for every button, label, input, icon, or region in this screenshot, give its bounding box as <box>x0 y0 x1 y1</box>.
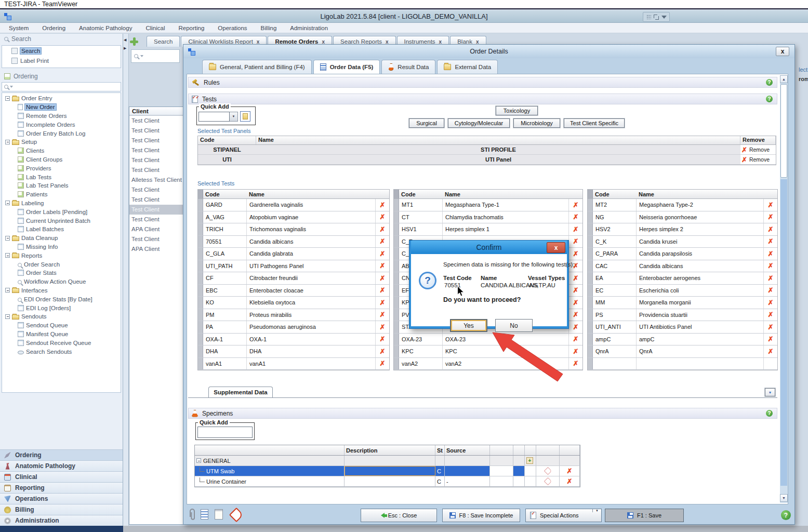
scroll-up-button[interactable]: ▲ <box>780 75 788 83</box>
remove-test-icon[interactable]: ✗ <box>764 250 777 257</box>
source-header[interactable]: Source <box>445 445 490 455</box>
specimen-row[interactable]: UTM Swab C ✗ <box>195 466 580 476</box>
remove-header[interactable]: Remove <box>740 136 776 144</box>
client-row[interactable]: Test Client <box>129 234 192 244</box>
collapse-icon[interactable] <box>196 458 201 463</box>
paperclip-icon[interactable] <box>188 508 197 522</box>
dialog-titlebar[interactable]: Order Details x <box>183 45 794 58</box>
specimen-quick-add-input[interactable] <box>197 427 253 438</box>
remove-test-icon[interactable]: ✗ <box>569 250 582 257</box>
worklist-icon[interactable] <box>201 509 208 520</box>
menu-item[interactable]: Reporting <box>171 25 211 31</box>
close-tab-icon[interactable]: x <box>476 39 479 45</box>
sidebar-section[interactable]: Ordering <box>0 449 123 460</box>
scroll-down-button[interactable]: ▼ <box>780 494 788 502</box>
st-header[interactable]: St <box>435 445 445 455</box>
quick-add-input[interactable] <box>198 112 230 122</box>
remove-test-icon[interactable]: ✗ <box>764 202 777 208</box>
collapse-icon[interactable] <box>5 140 10 144</box>
tree-item[interactable]: New Order <box>2 103 121 112</box>
dialog-tab[interactable]: General, Patient and Billing (F4) <box>202 60 312 74</box>
remove-test-icon[interactable]: ✗ <box>569 238 582 245</box>
code-header[interactable]: Code <box>198 136 256 144</box>
test-row[interactable]: PS Providencia stuartii ✗ <box>588 309 777 322</box>
close-button[interactable]: Esc : Close <box>361 509 437 522</box>
yes-button[interactable]: Yes <box>450 319 487 332</box>
save-button[interactable]: F1 : Save <box>605 509 684 522</box>
specimen-description-cell[interactable] <box>345 476 435 486</box>
collapse-icon[interactable] <box>5 236 10 241</box>
test-row[interactable]: UTI_ANTI UTI Antibiotics Panel ✗ <box>588 321 777 334</box>
remove-test-icon[interactable]: ✗ <box>764 324 777 330</box>
sidebar-section[interactable]: Clinical <box>0 471 123 482</box>
sidebar-search-item[interactable]: Label Print <box>2 56 121 65</box>
test-row[interactable]: C_PARA Candida parapsilosis ✗ <box>588 248 777 260</box>
tree-item[interactable]: Patients <box>2 190 121 199</box>
client-column-header[interactable]: Client <box>129 107 192 116</box>
collapse-icon[interactable] <box>5 253 10 258</box>
remove-test-icon[interactable]: ✗ <box>569 360 582 367</box>
rules-section-header[interactable]: Rules ? <box>188 77 777 88</box>
remove-test-icon[interactable]: ✗ <box>764 299 777 306</box>
dialog-tab[interactable]: External Data <box>437 60 498 74</box>
remove-test-icon[interactable]: ✗ <box>569 287 582 294</box>
special-actions-button[interactable]: ✓ Special Actions ▼ <box>525 509 602 522</box>
close-tab-icon[interactable]: x <box>257 39 260 45</box>
test-row[interactable]: EA Enterobacter aerogenes ✗ <box>588 272 777 285</box>
menu-item[interactable]: Billing <box>254 25 284 31</box>
remove-test-icon[interactable]: ✗ <box>764 214 777 220</box>
remove-test-icon[interactable]: ✗ <box>764 287 777 294</box>
test-row[interactable]: ampC ampC ✗ <box>588 334 777 346</box>
tree-item[interactable]: Setup <box>2 138 121 147</box>
tree-item[interactable]: Order Search <box>2 260 121 269</box>
tree-item[interactable]: Search Sendouts <box>2 347 121 356</box>
help-button[interactable]: ? <box>781 510 791 520</box>
remove-test-icon[interactable]: ✗ <box>764 262 777 269</box>
tests-section-header[interactable]: ✓✓ Tests ? <box>188 94 777 104</box>
remove-test-icon[interactable]: ✗ <box>376 311 389 318</box>
test-row[interactable]: GARD Gardnerella vaginalis ✗ <box>198 199 389 211</box>
test-row[interactable]: 70551 Candida albicans ✗ <box>198 236 389 248</box>
tree-item[interactable]: Client Groups <box>2 155 121 164</box>
remove-test-icon[interactable]: ✗ <box>376 287 389 294</box>
sidebar-section[interactable]: Billing <box>0 504 123 515</box>
remove-test-icon[interactable]: ✗ <box>569 214 582 220</box>
test-row[interactable]: EBC Enterobacter cloacae ✗ <box>198 285 389 297</box>
test-row[interactable]: TRICH Trichomonas vaginalis ✗ <box>198 223 389 236</box>
remove-test-icon[interactable]: ✗ <box>764 275 777 282</box>
remove-test-icon[interactable]: ✗ <box>569 311 582 318</box>
help-icon[interactable]: ? <box>766 79 773 86</box>
remove-test-icon[interactable]: ✗ <box>569 202 582 208</box>
client-row[interactable]: Test Client <box>129 205 192 215</box>
workspace-search-input[interactable] <box>131 49 180 63</box>
dropdown-arrow-icon[interactable]: ▼ <box>592 509 601 512</box>
save-incomplete-button[interactable]: F8 : Save Incomplete <box>442 509 520 522</box>
remove-test-icon[interactable]: ✗ <box>376 299 389 306</box>
test-row[interactable]: HSV1 Herpes simplex 1 ✗ <box>394 223 582 236</box>
chevron-down-icon[interactable] <box>661 16 667 19</box>
close-tab-icon[interactable]: x <box>439 39 442 45</box>
remove-test-icon[interactable]: ✗ <box>376 226 389 233</box>
expand-right-icon[interactable]: ▶ <box>124 46 126 50</box>
tree-item[interactable]: Current Unprinted Batch <box>2 216 121 225</box>
remove-test-icon[interactable]: ✗ <box>376 336 389 342</box>
collapse-icon[interactable] <box>5 96 10 101</box>
test-row[interactable]: CAC Candida albicans ✗ <box>588 260 777 273</box>
client-row[interactable]: Alletess Test Client <box>129 175 192 185</box>
tree-item[interactable]: Providers <box>2 164 121 172</box>
remove-test-icon[interactable]: ✗ <box>376 324 389 330</box>
tree-item[interactable]: EDI Order Stats [By Date] <box>2 295 121 303</box>
remove-panel-button[interactable]: ✗ Remove <box>740 155 776 164</box>
close-confirm-button[interactable]: x <box>547 242 565 253</box>
remove-test-icon[interactable]: ✗ <box>569 275 582 282</box>
remove-test-icon[interactable]: ✗ <box>376 214 389 220</box>
close-dialog-button[interactable]: x <box>776 47 789 56</box>
tree-item[interactable]: Labeling <box>2 199 121 208</box>
specimen-row[interactable]: Urine Container C - ✗ <box>195 476 580 487</box>
sidebar-section[interactable]: Anatomic Pathology <box>0 460 123 471</box>
name-header[interactable]: Name <box>637 190 764 198</box>
test-row[interactable]: UTI_PATH UTI Pathogens Panel ✗ <box>198 260 389 273</box>
client-row[interactable]: Test Client <box>129 145 192 155</box>
test-row[interactable]: CF Citrobacter freundii ✗ <box>198 272 389 285</box>
test-row[interactable]: NG Neisseria gonorrhoeae ✗ <box>588 211 777 224</box>
